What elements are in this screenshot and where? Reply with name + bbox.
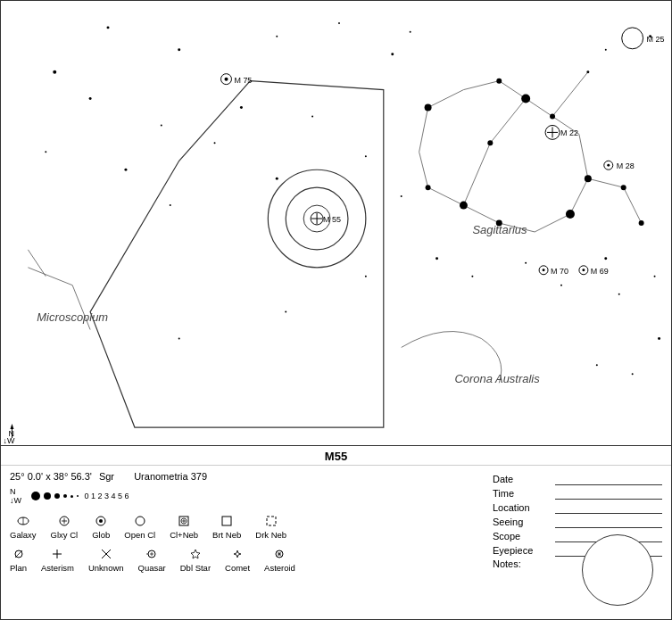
svg-point-64 [596,364,598,366]
svg-point-50 [365,155,367,157]
galaxy-symbol: Galaxy [10,514,37,540]
location-line: Location [493,501,662,514]
svg-point-38 [178,48,180,51]
svg-point-36 [487,140,493,145]
bottom-panel: M55 25° 0.0' x 38° 56.3' Sgr Uranometria… [0,446,672,620]
cl-neb-symbol: Cl+Neb [170,514,198,540]
svg-point-33 [550,113,555,119]
mag2 [54,493,60,499]
svg-point-30 [425,104,432,112]
glxy-cl-symbol: Glxy Cl [51,514,79,540]
symbol-row-1: Galaxy Glxy Cl Glob [10,514,484,540]
svg-point-39 [276,36,278,37]
unknown-label: Unknown [88,563,124,573]
svg-point-66 [240,106,243,109]
svg-text:Sagittarius: Sagittarius [472,223,527,236]
scope-label: Scope [493,531,555,541]
glob-label: Glob [92,530,110,540]
svg-point-42 [410,31,411,33]
unknown-symbol: Unknown [88,547,124,573]
svg-point-58 [560,285,562,286]
svg-point-34 [621,185,626,190]
mag0 [31,492,40,500]
glxy-cl-label: Glxy Cl [51,530,79,540]
svg-text:M 25: M 25 [647,35,665,44]
cl-neb-label: Cl+Neb [170,530,198,540]
asteroid-label: Asteroid [264,563,295,573]
svg-point-35 [639,220,644,226]
asterism-label: Asterism [41,563,74,573]
svg-text:M 75: M 75 [234,76,252,85]
svg-point-51 [365,276,367,277]
svg-point-107 [99,519,103,523]
mag4 [71,495,73,498]
svg-point-32 [426,185,431,190]
svg-point-61 [654,276,656,277]
svg-text:M 22: M 22 [560,128,578,137]
svg-text:M 55: M 55 [323,215,341,224]
date-line: Date [493,473,662,485]
time-line: Time [493,487,662,500]
svg-rect-113 [222,517,231,525]
svg-point-68 [89,97,92,100]
mag1 [44,492,51,500]
eyepiece-label: Eyepiece [493,545,555,556]
mag-numbers: 0 1 2 3 4 5 6 [82,492,129,500]
svg-point-80 [607,164,610,167]
svg-point-55 [436,257,438,260]
magnitude-legend: N↓W 0 1 2 3 4 5 6 [10,487,484,505]
mag5 [77,495,79,497]
svg-point-65 [311,115,313,117]
notes-label: Notes: [493,558,555,569]
drk-neb-label: Drk Neb [255,530,286,540]
eyepiece-circle [582,534,653,606]
date-label: Date [493,474,555,484]
location-label: Location [493,502,555,513]
svg-text:Corona Australis: Corona Australis [454,372,540,385]
dbl-star-symbol: Dbl Star [180,547,211,573]
plan-label: Plan [10,563,27,573]
dbl-star-label: Dbl Star [180,563,211,573]
svg-text:M 70: M 70 [551,267,568,276]
svg-point-71 [496,79,502,84]
svg-text:M 69: M 69 [591,267,609,276]
asterism-symbol: Asterism [41,547,74,573]
quasar-label: Quasar [138,563,166,573]
svg-point-59 [604,257,607,260]
svg-point-60 [618,293,620,295]
open-cl-label: Open Cl [124,530,155,540]
brt-neb-label: Brt Neb [212,530,241,540]
svg-point-67 [161,124,162,126]
svg-point-49 [276,178,278,180]
seeing-line: Seeing [493,516,662,528]
svg-point-90 [582,269,585,271]
svg-point-54 [401,195,402,197]
svg-point-56 [471,276,473,277]
comet-symbol: Comet [225,547,250,573]
svg-point-52 [178,337,180,339]
quasar-symbol: Quasar [138,547,166,573]
svg-point-40 [338,22,340,24]
svg-point-26 [521,95,530,103]
title-text: M55 [325,450,347,463]
coords-text: 25° 0.0' x 38° 56.3' [10,471,92,482]
svg-text:M 28: M 28 [617,161,635,170]
svg-point-69 [53,70,56,74]
svg-point-62 [658,337,660,340]
svg-text:↓W: ↓W [3,436,14,445]
chart-title: M55 [1,446,671,466]
brt-neb-symbol: Brt Neb [212,514,241,540]
svg-point-87 [543,269,545,271]
svg-point-53 [285,311,286,313]
svg-rect-114 [267,517,276,525]
mag3 [63,494,67,498]
svg-point-73 [225,78,228,81]
asteroid-symbol: Asteroid [264,547,295,573]
comet-label: Comet [225,563,250,573]
location-field [555,501,662,514]
open-cl-symbol: Open Cl [124,514,155,540]
svg-point-48 [214,142,216,144]
time-label: Time [493,488,555,499]
drk-neb-symbol: Drk Neb [255,514,286,540]
svg-marker-125 [191,550,200,558]
